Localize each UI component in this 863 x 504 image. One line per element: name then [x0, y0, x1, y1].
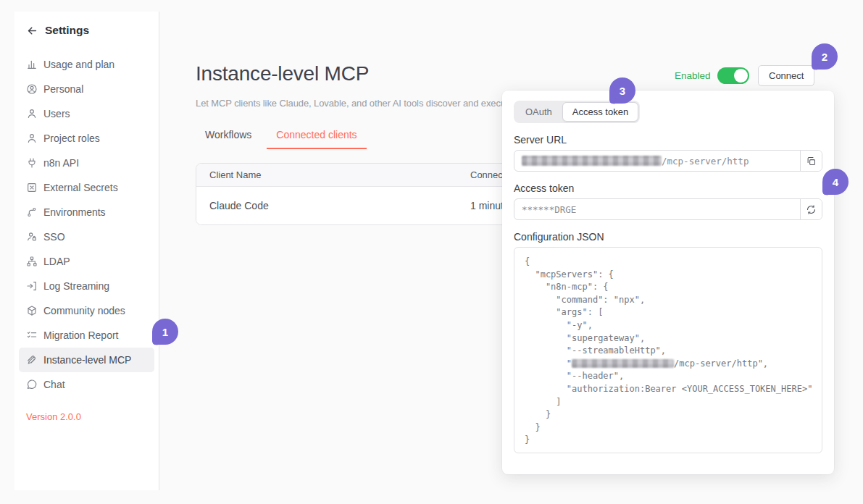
- sidebar-item-n8n-api[interactable]: n8n API: [19, 151, 154, 175]
- chat-bubble-icon: [26, 379, 38, 390]
- server-url-field[interactable]: /mcp-server/http: [514, 150, 822, 172]
- sidebar-item-personal[interactable]: Personal: [19, 77, 154, 101]
- sidebar-item-label: Users: [43, 108, 70, 119]
- annotation-badge-2: 2: [812, 43, 838, 70]
- sidebar-item-log-streaming[interactable]: Log Streaming: [19, 274, 154, 298]
- sidebar-item-label: Environments: [43, 206, 106, 218]
- server-url-suffix: /mcp-server/http: [662, 156, 749, 167]
- auth-method-switch: OAuth Access token: [514, 101, 640, 123]
- tab-connected-clients[interactable]: Connected clients: [267, 125, 366, 149]
- copy-url-button[interactable]: [800, 151, 822, 171]
- tab-access-token[interactable]: Access token: [562, 102, 638, 122]
- annotation-badge-4: 4: [822, 169, 849, 195]
- cube-icon: [26, 305, 38, 316]
- access-token-label: Access token: [514, 182, 822, 194]
- sidebar-item-users[interactable]: Users: [19, 101, 154, 126]
- sidebar-item-migration-report[interactable]: Migration Report: [19, 323, 154, 348]
- regenerate-token-button[interactable]: [800, 199, 822, 219]
- page-title: Instance-level MCP: [196, 62, 369, 85]
- mcp-tabs: Workflows Connected clients: [196, 125, 367, 149]
- access-token-value: ******DRGE: [514, 199, 800, 219]
- box-x-icon: [26, 182, 38, 193]
- settings-sidebar: Settings Usage and plan Personal Users P…: [14, 12, 159, 490]
- sidebar-item-community-nodes[interactable]: Community nodes: [19, 298, 154, 323]
- config-json-code: { "mcpServers": { "n8n-mcp": { "command"…: [514, 247, 822, 453]
- sidebar-item-label: Log Streaming: [43, 280, 109, 292]
- sidebar-item-instance-level-mcp[interactable]: Instance-level MCP: [19, 348, 154, 372]
- connect-popover: OAuth Access token Server URL /mcp-serve…: [502, 91, 834, 474]
- settings-title: Settings: [45, 24, 89, 37]
- mcp-icon: [26, 354, 38, 366]
- toggle-knob: [734, 69, 748, 83]
- sidebar-item-ldap[interactable]: LDAP: [19, 249, 154, 274]
- sidebar-item-label: Personal: [43, 83, 83, 95]
- server-url-value: /mcp-server/http: [514, 151, 800, 171]
- user-circle-icon: [26, 83, 38, 95]
- git-branch-icon: [26, 206, 38, 218]
- cell-client-name: Claude Code: [196, 200, 470, 211]
- sidebar-item-label: LDAP: [43, 256, 70, 267]
- user-icon: [26, 133, 38, 144]
- user-icon: [26, 108, 38, 119]
- plug-icon: [26, 157, 38, 169]
- log-stream-icon: [26, 280, 38, 292]
- copy-icon: [806, 156, 817, 167]
- sidebar-item-label: Migration Report: [43, 329, 119, 341]
- tab-oauth[interactable]: OAuth: [515, 102, 562, 122]
- access-token-field[interactable]: ******DRGE: [514, 198, 822, 220]
- annotation-badge-3: 3: [609, 77, 635, 104]
- sidebar-item-sso[interactable]: SSO: [19, 224, 154, 249]
- sidebar-item-label: SSO: [43, 231, 65, 243]
- sidebar-item-label: Usage and plan: [43, 59, 114, 70]
- redacted-url: [572, 359, 674, 368]
- sidebar-item-project-roles[interactable]: Project roles: [19, 126, 154, 151]
- sidebar-item-label: Chat: [43, 379, 65, 390]
- sidebar-item-label: n8n API: [43, 157, 79, 169]
- sidebar-item-label: External Secrets: [43, 182, 118, 193]
- server-url-label: Server URL: [514, 134, 822, 146]
- hierarchy-icon: [26, 256, 38, 267]
- refresh-icon: [806, 204, 817, 215]
- connect-button[interactable]: Connect: [758, 65, 814, 86]
- redacted-url: [522, 156, 662, 166]
- settings-back[interactable]: Settings: [19, 22, 154, 39]
- sidebar-item-label: Project roles: [43, 133, 100, 144]
- user-key-icon: [26, 231, 38, 243]
- sidebar-item-chat[interactable]: Chat: [19, 372, 154, 397]
- sidebar-item-usage-and-plan[interactable]: Usage and plan: [19, 52, 154, 77]
- tab-workflows[interactable]: Workflows: [196, 125, 261, 149]
- enabled-status-label: Enabled: [675, 70, 711, 81]
- sidebar-item-environments[interactable]: Environments: [19, 200, 154, 224]
- back-arrow-icon: [26, 25, 38, 37]
- sidebar-item-external-secrets[interactable]: External Secrets: [19, 175, 154, 200]
- sidebar-item-label: Community nodes: [43, 305, 125, 316]
- column-header-client-name: Client Name: [196, 169, 470, 180]
- annotation-badge-1: 1: [152, 319, 178, 345]
- config-json-label: Configuration JSON: [514, 231, 822, 243]
- version-label: Version 2.0.0: [26, 411, 154, 422]
- sidebar-item-label: Instance-level MCP: [43, 354, 131, 366]
- checklist-icon: [26, 329, 38, 341]
- bar-chart-icon: [26, 59, 38, 70]
- mcp-enabled-toggle[interactable]: [717, 67, 749, 84]
